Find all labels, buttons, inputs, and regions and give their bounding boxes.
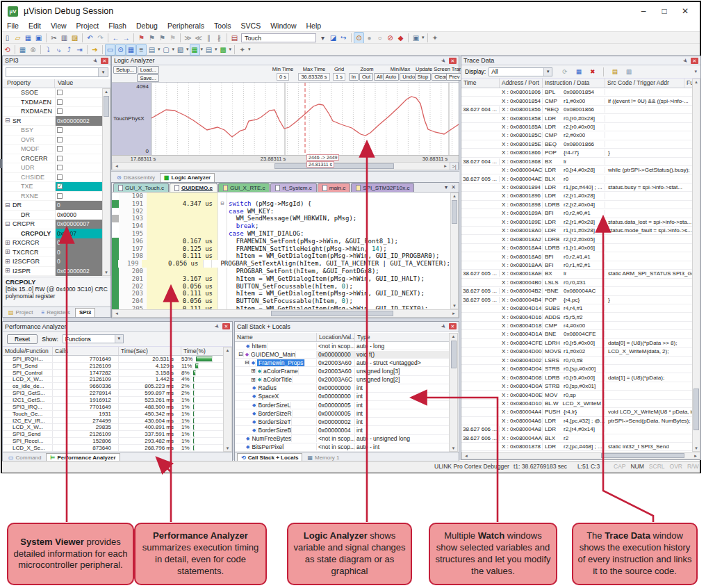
- spi3-tab-spi3[interactable]: SPI3: [75, 308, 95, 317]
- code-line[interactable]: 190: [112, 193, 450, 200]
- editor-tab-gui-x-rte-c[interactable]: GUI_X_RTE.c: [218, 183, 270, 192]
- trace-row[interactable]: X : 0x08004D00MOVSr1,#0x02LCD_X_WriteM(d…: [461, 348, 693, 356]
- column-time[interactable]: Time: [461, 79, 500, 88]
- scroll-down-icon[interactable]: ▼: [224, 446, 231, 450]
- code-line[interactable]: 1990.056 us PROGBAR_SetTextAlign(hItem, …: [112, 260, 450, 268]
- trace-row[interactable]: X : 0x08004D1ABNE0x08004CFE: [461, 330, 693, 338]
- column-instruction-data[interactable]: Instruction / Data: [543, 79, 605, 88]
- step-into-icon[interactable]: ▦: [17, 44, 28, 55]
- close-icon[interactable]: ✕: [691, 58, 698, 64]
- register-checkbox[interactable]: [57, 183, 63, 189]
- trace-find-icon[interactable]: ▥: [623, 67, 634, 77]
- callstack-row-acolortitle[interactable]: ⊞◆aColorTitle0x20003A6Cunsigned long[2]: [235, 376, 450, 384]
- performance-row[interactable]: os_idle_de...9660336805.223 ms2%: [3, 383, 224, 390]
- trace-table[interactable]: X : 0x08001806BPL0x08001854X : 0x0800185…: [461, 88, 693, 452]
- new-file-icon[interactable]: ▯: [2, 33, 13, 43]
- expander-icon[interactable]: ⊞: [251, 368, 256, 374]
- expand-icon[interactable]: ⊞: [5, 249, 11, 255]
- find-next-icon[interactable]: ↪: [338, 33, 349, 43]
- column-time-sec[interactable]: Time(Sec): [119, 347, 181, 355]
- performance-row[interactable]: Touch_Ge...1931450.342 ms1%: [3, 411, 224, 418]
- display-select[interactable]: All▼: [489, 67, 552, 76]
- spi3-title-bar[interactable]: SPI3 ➤ ✕: [3, 56, 110, 65]
- register-value[interactable]: 0: [55, 247, 102, 257]
- copy-icon[interactable]: ▥: [59, 33, 69, 43]
- menu-flash[interactable]: Flash: [104, 22, 131, 30]
- scroll-down-icon[interactable]: ▼: [693, 446, 700, 450]
- column-value[interactable]: Value: [55, 79, 73, 88]
- step-out-icon[interactable]: ⤴: [64, 44, 74, 55]
- performance-analyzer-title-bar[interactable]: Performance Analyzer ➤ ✕: [3, 322, 232, 332]
- register-checkbox[interactable]: [57, 193, 63, 199]
- call-stack-title-bar[interactable]: Call Stack + Locals ➤ ✕: [235, 322, 459, 332]
- expand-icon[interactable]: ⊞: [5, 268, 11, 274]
- trace-row[interactable]: X : 0x08001878LDRr2,[pc,#468] ; ...stati…: [461, 443, 693, 451]
- scroll-down-icon[interactable]: ▼: [450, 446, 457, 450]
- debug-settings-icon[interactable]: ✦: [237, 44, 247, 55]
- bookmark-icon[interactable]: ⚑: [136, 33, 147, 43]
- menu-peripherals[interactable]: Peripherals: [163, 22, 209, 30]
- column-time[interactable]: Time(%): [181, 347, 224, 355]
- code-line[interactable]: 2020.056 us BUTTON_SetFocussable(hItem, …: [112, 283, 450, 291]
- close-icon[interactable]: ✕: [222, 323, 230, 329]
- trace-row[interactable]: X : 0x0800189ELDRr2,[r1,#0x28]status.dat…: [461, 218, 693, 227]
- scroll-left-icon[interactable]: ◄: [113, 163, 120, 170]
- scroll-thumb[interactable]: [451, 341, 457, 368]
- reset-icon[interactable]: ⟲: [2, 44, 13, 55]
- register-value[interactable]: 0x00000007: [55, 220, 102, 229]
- trace-row[interactable]: 38.627 604 ...X : 0x08001856*BEQ0x080018…: [461, 106, 693, 114]
- code-line[interactable]: 2030.111 us hItem = WM_GetDialogItem(pMs…: [112, 290, 450, 297]
- scroll-up-icon[interactable]: ▲: [224, 348, 231, 352]
- uncomment-icon[interactable]: ∦: [214, 33, 224, 43]
- register-value[interactable]: [55, 154, 102, 163]
- window-layout-icon-dropdown[interactable]: ▾: [421, 35, 425, 40]
- trace-row[interactable]: X : 0x080018A6BFIr0,r2,#1,#1: [461, 252, 693, 261]
- performance-row[interactable]: SPI_Recei...152806293.482 ms1%: [3, 438, 224, 445]
- trace-row[interactable]: X : 0x08004D18CMPr4,#0x00: [461, 322, 693, 330]
- callstack-row-bordersizeb[interactable]: ◆BorderSizeB0x00000004int: [235, 426, 450, 434]
- trace-row[interactable]: X : 0x08001898LDRBr2,[r2,#0x04]: [461, 201, 693, 209]
- load-button[interactable]: Load...: [138, 66, 159, 74]
- code-line[interactable]: 1980.111 us hItem = WM_GetDialogItem(pMs…: [112, 252, 450, 260]
- tab-list-icon[interactable]: ▾: [445, 184, 448, 190]
- run-to-line-icon[interactable]: ⇥: [74, 44, 85, 55]
- open-file-icon[interactable]: ▱: [13, 33, 23, 43]
- trace-row[interactable]: X : 0x08001854CMPr1,#0x00if ((event != 0…: [461, 97, 693, 105]
- spi3-tab-registers[interactable]: ≡Registers: [38, 309, 73, 317]
- register-row-rxdmaen[interactable]: RXDMAEN: [3, 107, 102, 117]
- registers-icon[interactable]: ≡: [136, 44, 147, 56]
- trace-row[interactable]: 38.627 606 ...X : 0x080004A8LDRr2,[r4,#0…: [461, 425, 693, 434]
- register-value[interactable]: [55, 191, 102, 201]
- register-value[interactable]: [55, 163, 102, 173]
- code-line[interactable]: 1970.125 us FRAMEWIN_SetTitleHeight(pMsg…: [112, 245, 450, 253]
- trace-row[interactable]: X : 0x080018A2LDRBr2,[r2,#0x05]: [461, 235, 693, 243]
- register-value[interactable]: [55, 97, 102, 107]
- close-button[interactable]: ✕: [675, 6, 696, 16]
- callstack-row-framewin-props[interactable]: ⊟◆Framewin_Props0x20003A60auto - struct …: [235, 359, 450, 367]
- signal-name[interactable]: TouchPhysX: [113, 115, 144, 122]
- trace-row[interactable]: X : 0x08001858LDRr0,[r0,#0x28]: [461, 114, 693, 122]
- jump-end-icon[interactable]: >|: [450, 162, 459, 170]
- register-value[interactable]: [55, 107, 102, 117]
- register-row-crcpr[interactable]: ⊟CRCPR0x00000007: [3, 220, 102, 229]
- code-line[interactable]: 2013.167 us hItem = WM_GetDialogItem(pMs…: [112, 275, 450, 283]
- register-row-dr[interactable]: DR0x0000: [3, 211, 102, 220]
- spi3-tab-project[interactable]: ▤Project: [5, 309, 36, 317]
- scroll-down-icon[interactable]: ▼: [451, 304, 458, 308]
- dock-tab-logic-analyzer[interactable]: ▦Logic Analyzer: [160, 173, 215, 182]
- register-value[interactable]: 0x0000: [55, 210, 102, 220]
- register-value[interactable]: [55, 145, 102, 154]
- code-line[interactable]: 195case WM_INIT_DIALOG:: [112, 230, 450, 238]
- code-line[interactable]: 1960.167 us FRAMEWIN_SetFont(pMsg->hWin,…: [112, 238, 450, 245]
- trace-save-icon[interactable]: ▦: [573, 67, 584, 77]
- trace-row[interactable]: X : 0x08004D10BL.WLCD_X_WriteM ...: [461, 400, 693, 408]
- trace-row[interactable]: X : 0x08004D04STRBr0,[sp,#0x00]: [461, 365, 693, 373]
- code-line[interactable]: 2040.056 us BUTTON_SetFocussable(hItem, …: [112, 297, 450, 305]
- paste-icon[interactable]: ▨: [69, 33, 80, 43]
- editor-tab-spi-stm32f10x-c[interactable]: SPI_STM32F10x.c: [351, 183, 414, 192]
- register-row-sr[interactable]: ⊟SR0x00000002: [3, 117, 102, 126]
- cut-icon[interactable]: ✂: [49, 33, 59, 43]
- collapse-icon[interactable]: ⊟: [5, 221, 11, 227]
- reset-button[interactable]: Reset: [7, 334, 38, 344]
- minimize-button[interactable]: –: [633, 6, 654, 16]
